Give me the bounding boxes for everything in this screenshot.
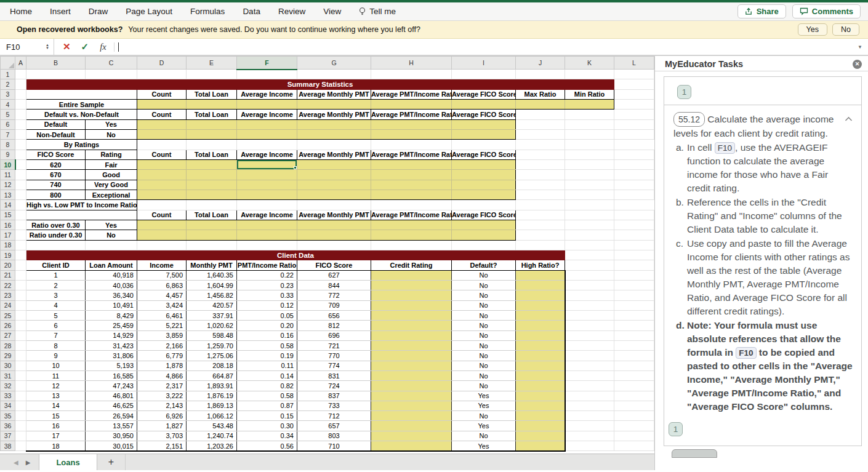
cell-H38[interactable]	[371, 441, 452, 451]
cell-L6[interactable]	[614, 119, 654, 129]
cell-K17[interactable]	[565, 230, 614, 240]
cell-A19[interactable]	[15, 250, 26, 260]
cell-B11[interactable]: 670	[26, 170, 86, 180]
cell-C24[interactable]: 10,491	[86, 300, 137, 310]
cell-L10[interactable]	[614, 159, 654, 169]
cell-L13[interactable]	[614, 190, 654, 199]
cell-D18[interactable]	[137, 240, 187, 250]
row-header-13[interactable]: 13	[1, 190, 15, 199]
cell-C18[interactable]	[86, 240, 137, 250]
cell-J13[interactable]	[516, 190, 565, 199]
cell-D17[interactable]	[137, 230, 187, 240]
cell-K24[interactable]	[565, 300, 614, 310]
cell-G32[interactable]: 724	[297, 381, 371, 391]
cell-J16[interactable]	[516, 220, 565, 230]
cell-G21[interactable]: 627	[297, 270, 371, 280]
selected-cell-F10[interactable]	[237, 159, 297, 169]
menu-tell-me[interactable]: Tell me	[359, 7, 396, 16]
cell-E28[interactable]: 1,259.70	[187, 340, 237, 350]
cell-F5[interactable]: Average Income	[237, 110, 297, 119]
cell-I10[interactable]	[452, 159, 516, 169]
cell-C22[interactable]: 40,036	[86, 280, 137, 290]
cell-H29[interactable]	[371, 351, 452, 361]
menu-view[interactable]: View	[323, 7, 341, 16]
cell-B34[interactable]: 14	[26, 401, 86, 410]
cell-D3[interactable]: Count	[137, 89, 187, 99]
cell-A24[interactable]	[15, 300, 26, 310]
cell-J7[interactable]	[516, 129, 565, 139]
cell-I4[interactable]	[452, 99, 516, 109]
cell-G16[interactable]	[297, 220, 371, 230]
cell-L18[interactable]	[614, 240, 654, 250]
cell-A11[interactable]	[15, 170, 26, 180]
row-header-16[interactable]: 16	[1, 220, 15, 230]
cell-H37[interactable]	[371, 431, 452, 441]
cell-J31[interactable]	[516, 370, 565, 380]
cell-J20[interactable]: High Ratio?	[516, 260, 565, 270]
cell-B10[interactable]: 620	[26, 159, 86, 169]
add-sheet-button[interactable]: +	[97, 454, 126, 470]
cell-A2[interactable]	[15, 79, 26, 89]
fill-handle[interactable]	[294, 166, 297, 169]
cell-E1[interactable]	[187, 70, 237, 79]
cell-D37[interactable]: 3,703	[137, 431, 187, 441]
cell-B33[interactable]: 13	[26, 391, 86, 401]
cell-A31[interactable]	[15, 370, 26, 380]
cell-E35[interactable]: 1,066.12	[187, 411, 237, 421]
cell-A28[interactable]	[15, 340, 26, 350]
cell-K27[interactable]	[565, 330, 614, 340]
cell-G8[interactable]	[297, 140, 371, 150]
cell-H4[interactable]	[371, 99, 452, 109]
cell-E15[interactable]: Total Loan	[187, 210, 237, 220]
cell-I8[interactable]	[452, 140, 516, 150]
cell-F37[interactable]: 0.34	[237, 431, 297, 441]
cell-K12[interactable]	[565, 180, 614, 190]
cell-F3[interactable]: Average Income	[237, 89, 297, 99]
cell-E3[interactable]: Total Loan	[187, 89, 237, 99]
cell-K37[interactable]	[565, 431, 614, 441]
cell-B21[interactable]: 1	[26, 270, 86, 280]
cell-H8[interactable]	[371, 140, 452, 150]
menu-draw[interactable]: Draw	[89, 7, 108, 16]
cell-K5[interactable]	[565, 110, 614, 119]
cell-G6[interactable]	[297, 119, 371, 129]
cell-G7[interactable]	[297, 129, 371, 139]
cell-K21[interactable]	[565, 270, 614, 280]
cell-L19[interactable]	[614, 250, 654, 260]
row-header-25[interactable]: 25	[1, 310, 15, 320]
cell-F16[interactable]	[237, 220, 297, 230]
cell-A33[interactable]	[15, 391, 26, 401]
cell-H3[interactable]: Average PMT/Income Ratio	[371, 89, 452, 99]
cell-J29[interactable]	[516, 351, 565, 361]
cell-J28[interactable]	[516, 340, 565, 350]
cell-J18[interactable]	[516, 240, 565, 250]
cell-F31[interactable]: 0.14	[237, 370, 297, 380]
cell-I15[interactable]: Average FICO Score	[452, 210, 516, 220]
cell-J5[interactable]	[516, 110, 565, 119]
confirm-entry-icon[interactable]: ✓	[81, 41, 89, 52]
cell-G15[interactable]: Average Monthly PMT	[297, 210, 371, 220]
cell-L15[interactable]	[614, 210, 654, 220]
cell-K34[interactable]	[565, 401, 614, 410]
cell-F38[interactable]: 0.56	[237, 441, 297, 451]
cell-K8[interactable]	[565, 140, 614, 150]
cell-E34[interactable]: 1,869.13	[187, 401, 237, 410]
cell-B27[interactable]: 7	[26, 330, 86, 340]
row-header-28[interactable]: 28	[1, 340, 15, 350]
cell-K14[interactable]	[565, 200, 614, 210]
cell-B9[interactable]: FICO Score	[26, 150, 86, 159]
cell-F13[interactable]	[237, 190, 297, 199]
cell-E21[interactable]: 1,640.35	[187, 270, 237, 280]
cell-F29[interactable]: 0.19	[237, 351, 297, 361]
cell-F7[interactable]	[237, 129, 297, 139]
cell-F14[interactable]	[237, 200, 297, 210]
default-section-label[interactable]: Default vs. Non-Default	[26, 110, 137, 119]
cell-D8[interactable]	[137, 140, 187, 150]
cell-I28[interactable]: No	[452, 340, 516, 350]
cell-I20[interactable]: Default?	[452, 260, 516, 270]
cell-B23[interactable]: 3	[26, 290, 86, 300]
cell-H6[interactable]	[371, 119, 452, 129]
cell-K23[interactable]	[565, 290, 614, 300]
cell-C35[interactable]: 26,594	[86, 411, 137, 421]
cell-H11[interactable]	[371, 170, 452, 180]
